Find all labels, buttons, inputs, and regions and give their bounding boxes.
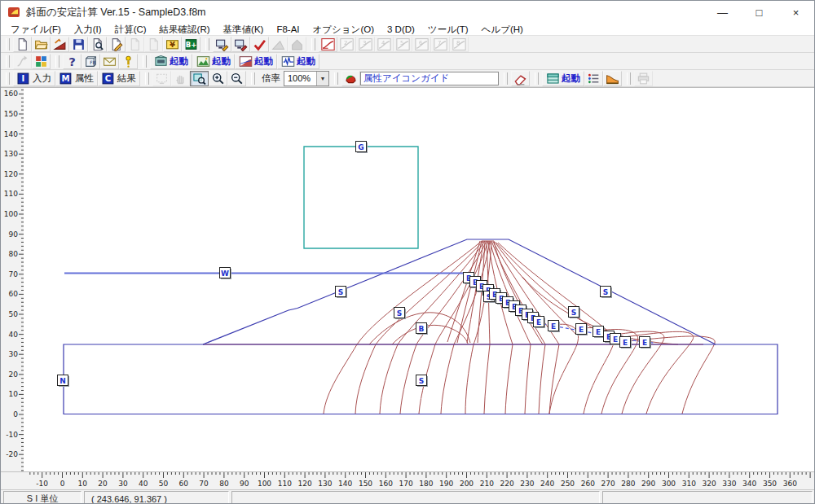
menu-item-file[interactable]: ファイル(F)	[4, 24, 68, 36]
gray-home-icon	[290, 37, 304, 51]
point-label-S[interactable]: S	[394, 308, 407, 320]
launch-terrain[interactable]: 起動	[192, 54, 235, 69]
attribute-palette[interactable]	[341, 71, 360, 86]
toolbar-gripper[interactable]	[535, 72, 539, 85]
point-label-S[interactable]: S	[569, 307, 581, 319]
point-label-S[interactable]: S	[601, 287, 613, 299]
cost-calc[interactable]: ¥	[163, 37, 182, 52]
f8-output[interactable]: F8	[82, 54, 100, 69]
close-button[interactable]: ×	[778, 1, 814, 24]
svg-text:-10: -10	[6, 431, 18, 439]
b-plus[interactable]: B+	[182, 37, 200, 52]
point-label-W[interactable]: W	[220, 268, 232, 280]
toolbar-gripper[interactable]	[311, 38, 315, 50]
slope-view	[269, 37, 288, 52]
toolbar-gripper[interactable]	[143, 55, 147, 68]
box-m-icon: M	[59, 72, 73, 85]
work-area: -20-100102030405060708090100110120130140…	[1, 87, 814, 471]
menu-item-calc[interactable]: 計算(C)	[108, 24, 153, 36]
eraser-tool[interactable]	[511, 71, 530, 86]
point-label-S[interactable]: S	[336, 287, 348, 299]
toolbar-gripper[interactable]	[334, 72, 338, 85]
hand-icon	[174, 72, 187, 85]
point-label-E[interactable]: E	[548, 321, 561, 333]
launch-uc1[interactable]: 起動	[150, 54, 192, 69]
print-preview[interactable]	[88, 37, 107, 52]
svg-text:5: 5	[400, 39, 403, 46]
calc-settings[interactable]	[213, 37, 231, 52]
menu-item-3d[interactable]: 3 D(D)	[381, 24, 421, 34]
chevron-down-icon[interactable]: ▼	[316, 72, 328, 85]
toolbar-group	[331, 70, 500, 86]
sbox4-icon: 4	[377, 37, 391, 51]
menu-item-tools[interactable]: ツール(T)	[421, 24, 475, 36]
point-label-E[interactable]: E	[640, 337, 652, 349]
toolbar-gripper[interactable]	[627, 72, 631, 85]
toolbar-gripper[interactable]	[205, 38, 209, 50]
point-label-E[interactable]: E	[593, 327, 606, 339]
zoom-level[interactable]: 100%▼	[284, 71, 329, 86]
drawing-canvas[interactable]: GWNSSBSSSEEEESEEEEEEEEEEEEEEE	[24, 88, 815, 471]
edit-document[interactable]	[107, 37, 126, 52]
analysis-type-4: 4	[375, 37, 394, 52]
point-label-S[interactable]: S	[416, 375, 429, 388]
toolbar-gripper[interactable]	[6, 38, 10, 50]
point-label-E[interactable]: E	[576, 324, 588, 336]
zoom-region[interactable]	[190, 71, 209, 86]
layer-list[interactable]	[584, 71, 603, 86]
new-file[interactable]	[13, 37, 32, 52]
toolbar-gripper[interactable]	[251, 72, 255, 85]
point-label-E[interactable]: E	[534, 317, 546, 329]
pan-tool	[171, 71, 190, 86]
zoom-in[interactable]	[209, 71, 227, 86]
svg-text:160: 160	[379, 480, 393, 488]
slope-attribute[interactable]	[603, 71, 622, 86]
menu-item-standard-values[interactable]: 基準値(K)	[217, 24, 271, 36]
menu-item-input[interactable]: 入力(I)	[68, 24, 108, 36]
toolbar-gripper[interactable]	[6, 72, 10, 85]
launch-grid[interactable]: 起動	[542, 71, 584, 86]
help-tool[interactable]: ?	[63, 54, 82, 69]
toolbar-gripper[interactable]	[504, 72, 508, 85]
f8-box-icon: F8	[84, 55, 98, 68]
svg-text:150: 150	[4, 110, 18, 118]
maximize-button[interactable]: □	[741, 1, 778, 24]
launch-slope[interactable]: 起動	[235, 54, 277, 69]
calc-settings-2[interactable]	[231, 37, 250, 52]
toolbar-gripper[interactable]	[55, 55, 59, 68]
point-label-B[interactable]: B	[416, 323, 429, 335]
svg-text:160: 160	[4, 90, 18, 98]
svg-text:240: 240	[540, 480, 554, 488]
open-file[interactable]	[32, 37, 51, 52]
import-slope[interactable]	[51, 37, 69, 52]
menu-item-help[interactable]: ヘルプ(H)	[475, 24, 530, 36]
launch-wave[interactable]: 起動	[277, 54, 319, 69]
toolbar-standard: ¥B+2345678	[1, 36, 814, 53]
menu-item-options[interactable]: オプション(O)	[306, 24, 381, 36]
minimize-button[interactable]: —	[704, 1, 741, 24]
sbox1-icon	[321, 37, 335, 51]
title-bar: 斜面の安定計算 Ver.15 - SampleD3.f8m — □ ×	[1, 1, 814, 24]
mode-result[interactable]: C結果	[98, 71, 140, 86]
mail[interactable]	[100, 54, 119, 69]
calc-check[interactable]	[250, 37, 269, 52]
toolbar-gripper[interactable]	[145, 72, 149, 85]
analysis-type-1[interactable]	[319, 37, 337, 52]
legend-grid[interactable]	[32, 54, 51, 69]
point-label-G[interactable]: G	[356, 142, 368, 154]
toolbar-gripper[interactable]	[6, 55, 10, 68]
point-label-E[interactable]: E	[620, 337, 632, 349]
save-file[interactable]	[69, 37, 88, 52]
svg-text:90: 90	[9, 230, 19, 239]
zoom-out[interactable]	[227, 71, 246, 86]
mode-input[interactable]: I入力	[13, 71, 55, 86]
point-label-N[interactable]: N	[58, 375, 70, 388]
notice[interactable]	[119, 54, 138, 69]
attribute-guide[interactable]	[360, 72, 499, 85]
svg-text:110: 110	[278, 480, 292, 488]
mode-input-label: 入力	[33, 72, 51, 85]
menu-item-result-check[interactable]: 結果確認(R)	[153, 24, 217, 36]
app-window: 斜面の安定計算 Ver.15 - SampleD3.f8m — □ × ファイル…	[0, 0, 815, 504]
mode-attribute[interactable]: M属性	[55, 71, 98, 86]
menu-item-f8-ai[interactable]: F8-AI	[270, 24, 306, 34]
